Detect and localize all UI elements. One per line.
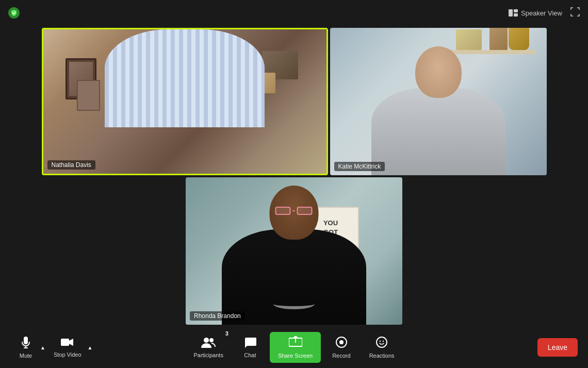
top-row: Nathalia Davis — [2, 28, 586, 175]
video-grid: Nathalia Davis — [0, 26, 588, 327]
rhonda-name-label: Rhonda Brandon — [190, 311, 245, 321]
record-button[interactable]: Record — [325, 332, 357, 363]
fullscreen-button[interactable] — [570, 7, 580, 19]
video-arrow-button[interactable]: ▲ — [87, 343, 94, 353]
video-tile-nathalia: Nathalia Davis — [42, 28, 328, 175]
stop-video-button[interactable]: Stop Video — [46, 333, 89, 362]
svg-point-10 — [339, 340, 344, 344]
top-bar-left — [8, 7, 20, 19]
participants-icon — [201, 337, 216, 350]
svg-rect-5 — [61, 339, 69, 346]
katie-head — [415, 46, 462, 98]
video-tile-rhonda: YOUGOTTHIS. — [186, 177, 402, 325]
katie-body — [371, 88, 505, 175]
shirt — [105, 29, 265, 127]
mute-icon — [20, 336, 32, 350]
chat-label: Chat — [244, 352, 256, 358]
security-shield-icon — [8, 7, 20, 19]
speaker-view-button[interactable]: Speaker View — [509, 9, 562, 17]
rhonda-body — [222, 229, 366, 325]
svg-point-11 — [377, 337, 387, 347]
reactions-button[interactable]: Reactions — [362, 332, 402, 363]
svg-point-12 — [380, 341, 381, 342]
toolbar: Mute ▲ Stop Video ▲ — [0, 327, 588, 368]
shelf-item-vase — [489, 28, 508, 50]
chat-button[interactable]: Chat — [235, 332, 266, 362]
video-icon — [61, 337, 74, 349]
necklace — [273, 299, 315, 309]
svg-point-6 — [204, 338, 209, 343]
record-label: Record — [332, 353, 350, 359]
bottom-row: YOUGOTTHIS. — [2, 177, 586, 325]
share-screen-button[interactable]: Share Screen — [270, 332, 321, 363]
nathalia-body — [105, 29, 265, 127]
stop-video-group: Stop Video ▲ — [46, 332, 94, 363]
decor-item — [77, 80, 100, 111]
mute-arrow-button[interactable]: ▲ — [39, 343, 46, 353]
top-bar: Speaker View — [0, 0, 588, 26]
stop-video-label: Stop Video — [54, 352, 81, 358]
share-screen-label: Share Screen — [278, 353, 313, 359]
glasses — [275, 206, 313, 215]
participants-label: Participants — [193, 352, 223, 358]
reactions-icon — [375, 336, 388, 350]
svg-rect-2 — [514, 13, 518, 16]
mute-button[interactable]: Mute — [10, 332, 41, 363]
toolbar-center: 3 Participants Chat Share Screen — [186, 332, 401, 363]
speaker-view-label: Speaker View — [521, 9, 562, 17]
mute-group: Mute ▲ — [10, 332, 46, 363]
svg-rect-0 — [509, 9, 513, 16]
nathalia-name-label: Nathalia Davis — [47, 160, 95, 170]
shelf-item-owl — [509, 28, 529, 50]
video-tile-katie: Katie McKittrick — [330, 28, 547, 175]
record-icon — [335, 336, 348, 350]
leave-button[interactable]: Leave — [537, 338, 578, 357]
mute-label: Mute — [20, 353, 32, 359]
svg-point-7 — [209, 338, 214, 342]
participants-count: 3 — [225, 330, 228, 337]
toolbar-left: Mute ▲ Stop Video ▲ — [10, 332, 93, 363]
shelf-item-box — [456, 29, 482, 50]
rhonda-head — [270, 186, 319, 240]
top-bar-right: Speaker View — [509, 7, 580, 19]
chat-icon — [244, 337, 256, 350]
svg-point-13 — [383, 341, 384, 342]
toolbar-right: Leave — [537, 338, 578, 357]
share-screen-icon — [289, 336, 302, 350]
katie-name-label: Katie McKittrick — [334, 162, 385, 171]
svg-rect-1 — [514, 9, 518, 12]
reactions-label: Reactions — [369, 353, 395, 359]
participants-button[interactable]: 3 Participants — [186, 332, 230, 362]
